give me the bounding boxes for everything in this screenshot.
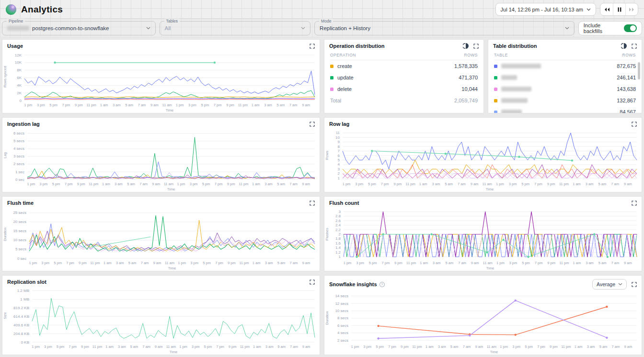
expand-icon[interactable] [473, 44, 479, 49]
svg-text:5 am: 5 am [445, 182, 453, 186]
svg-text:6: 6 [338, 154, 340, 158]
expand-icon[interactable] [632, 44, 637, 49]
table-rows: 143,638 [617, 86, 636, 92]
svg-text:Time: Time [170, 350, 177, 354]
svg-text:2: 2 [338, 171, 340, 176]
svg-text:7 am: 7 am [138, 103, 146, 107]
table-row[interactable]: 84,567 [494, 106, 636, 113]
series-swatch [494, 65, 497, 68]
svg-text:5 pm: 5 pm [201, 103, 209, 107]
svg-text:Size: Size [3, 312, 7, 319]
usage-panel: Usage 02K4K6K8K10K12K1 pm3 pm5 pm7 pm9 p… [2, 39, 320, 113]
series-swatch [494, 99, 497, 102]
filter-bar: Pipeline postgres-common-to-snowflake Ta… [0, 19, 644, 37]
svg-text:9 pm: 9 pm [394, 261, 402, 265]
svg-text:5 am: 5 am [598, 182, 607, 186]
svg-text:11 am: 11 am [162, 103, 172, 107]
svg-text:1 am: 1 am [100, 103, 108, 107]
svg-text:2.8: 2.8 [335, 214, 341, 218]
svg-text:1 am: 1 am [426, 345, 434, 349]
table-distribution-table: TABLE ROWS 872,675 246,141 [488, 50, 642, 113]
svg-text:1.6: 1.6 [335, 241, 341, 245]
svg-text:2 secs: 2 secs [13, 162, 24, 166]
pipeline-select[interactable]: Pipeline postgres-common-to-snowflake [2, 21, 156, 35]
svg-text:1 am: 1 am [105, 345, 114, 349]
operation-row-delete[interactable]: delete 10,044 [330, 83, 478, 95]
rewind-icon [604, 7, 610, 12]
svg-text:11 pm: 11 pm [559, 182, 569, 186]
column-header: TABLE [494, 53, 508, 57]
svg-text:1 am: 1 am [573, 182, 581, 186]
help-icon[interactable]: ? [380, 282, 385, 287]
panel-title: Flush time [7, 200, 34, 206]
tables-select[interactable]: Tables All [160, 21, 311, 35]
svg-text:3 pm: 3 pm [188, 103, 196, 107]
svg-text:1 pm: 1 pm [27, 182, 35, 186]
replication-slot-chart[interactable]: 0 KB204.8 KB409.6 KB614.4 KB819.2 KB1 MB… [2, 286, 320, 355]
svg-text:1 pm: 1 pm [351, 345, 359, 349]
svg-text:5 pm: 5 pm [57, 345, 65, 349]
svg-text:3 am: 3 am [265, 261, 273, 265]
column-header: ROWS [622, 53, 636, 57]
table-row[interactable]: 143,638 [494, 83, 636, 95]
svg-text:5 pm: 5 pm [368, 182, 376, 186]
svg-text:3 pm: 3 pm [37, 103, 45, 107]
pause-button[interactable] [613, 3, 625, 15]
operation-row-update[interactable]: update 471,370 [330, 72, 478, 83]
pie-chart-toggle-icon[interactable] [463, 43, 469, 49]
svg-text:11 am: 11 am [165, 261, 174, 265]
pie-chart-toggle-icon[interactable] [621, 43, 627, 49]
table-row[interactable]: 246,141 [494, 72, 636, 83]
usage-chart[interactable]: 02K4K6K8K10K12K1 pm3 pm5 pm7 pm9 pm11 pm… [2, 50, 320, 113]
svg-text:5 am: 5 am [599, 345, 608, 349]
expand-icon[interactable] [632, 201, 637, 206]
expand-icon[interactable] [310, 44, 315, 49]
ingestion-lag-chart[interactable]: 0 sec1 sec2 secs3 secs4 secs5 secs6 secs… [2, 128, 320, 192]
row-lag-panel: Row lag 12345678910111 pm3 pm5 pm7 pm9 p… [324, 117, 642, 192]
svg-text:1 pm: 1 pm [29, 261, 37, 265]
redacted-table-name [501, 87, 531, 91]
flush-count-chart[interactable]: 11.21.41.61.822.22.42.62.831 pm3 pm5 pm7… [324, 207, 642, 271]
expand-icon[interactable] [632, 282, 637, 287]
svg-text:5 pm: 5 pm [204, 345, 212, 349]
pipeline-label: Pipeline [7, 19, 25, 23]
operation-row-create[interactable]: create 1,578,335 [330, 60, 478, 72]
svg-text:3: 3 [338, 167, 340, 171]
svg-text:5 am: 5 am [127, 182, 135, 186]
table-distribution-panel: Table distribution TABLE ROWS [488, 39, 642, 113]
svg-text:2.4: 2.4 [335, 223, 341, 227]
mode-select[interactable]: Mode Replication + History [314, 21, 575, 35]
svg-text:3 am: 3 am [115, 182, 123, 186]
rewind-button[interactable] [600, 3, 613, 15]
row-lag-chart[interactable]: 12345678910111 pm3 pm5 pm7 pm9 pm11 pm1 … [324, 128, 642, 192]
expand-icon[interactable] [310, 279, 315, 285]
date-range-picker[interactable]: Jul 14, 12:26 pm - Jul 16, 10:13 am [495, 3, 596, 16]
expand-icon[interactable] [310, 201, 315, 206]
tables-value: All [165, 25, 171, 31]
svg-text:1 pm: 1 pm [179, 345, 187, 349]
svg-text:1 pm: 1 pm [343, 182, 351, 186]
svg-text:3 secs: 3 secs [13, 154, 24, 158]
svg-text:3 pm: 3 pm [40, 182, 48, 186]
fast-forward-button[interactable] [625, 3, 638, 15]
flush-time-chart[interactable]: 0 sec5 secs10 secs15 secs20 secs25 secs1… [2, 207, 320, 271]
expand-icon[interactable] [310, 122, 315, 127]
svg-text:11 am: 11 am [483, 182, 492, 186]
include-backfills-toggle[interactable] [624, 24, 637, 32]
svg-text:Lag: Lag [3, 152, 7, 158]
svg-text:9 am: 9 am [302, 261, 310, 265]
svg-text:7 am: 7 am [612, 345, 620, 349]
panel-title: Row lag [329, 121, 349, 127]
aggregation-select[interactable]: Average [592, 279, 627, 290]
svg-text:5 pm: 5 pm [376, 345, 384, 349]
svg-text:Time: Time [490, 350, 498, 354]
table-row[interactable]: 132,867 [494, 95, 636, 106]
expand-icon[interactable] [632, 122, 637, 127]
svg-text:5 secs: 5 secs [15, 247, 26, 251]
svg-text:1 pm: 1 pm [496, 182, 504, 186]
svg-text:25 secs: 25 secs [13, 211, 26, 215]
scrollbar-thumb[interactable] [638, 62, 640, 79]
table-row[interactable]: 872,675 [494, 60, 636, 72]
snowflake-insights-chart[interactable]: 2 secs4 secs6 secs8 secs10 secs12 secs14… [324, 290, 642, 355]
toggle-knob [630, 25, 636, 31]
